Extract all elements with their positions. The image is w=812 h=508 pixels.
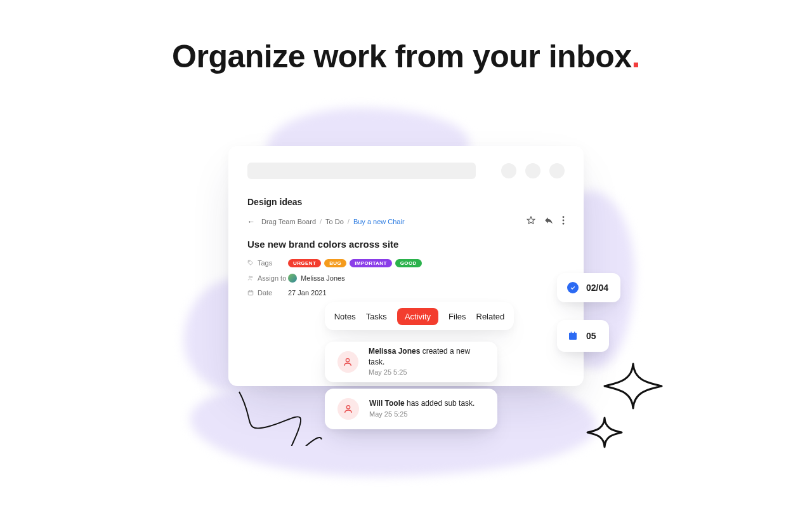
activity-item[interactable]: Melissa Jones created a new task. May 25… [325,342,497,382]
tag-pill[interactable]: IMPORTANT [350,259,392,267]
svg-point-8 [346,359,350,362]
svg-point-4 [249,262,250,262]
tag-pill[interactable]: URGENT [288,259,321,267]
breadcrumb-item[interactable]: Drag Team Board [261,218,316,225]
tab-related[interactable]: Related [476,312,505,321]
assignee-label: Assign to [247,274,288,282]
page-headline: Organize work from your inbox. [0,38,812,75]
task-title: Use new brand colors across site [247,239,565,250]
svg-point-5 [249,276,251,278]
reply-icon[interactable] [544,216,553,227]
svg-point-9 [346,406,350,409]
person-icon [337,398,359,420]
skeleton-avatar [501,163,516,178]
tag-pill[interactable]: GOOD [395,259,422,267]
skeleton-avatar [525,163,540,178]
tag-pill[interactable]: BUG [324,259,346,267]
tab-files[interactable]: Files [449,312,466,321]
svg-point-3 [563,223,565,225]
activity-time: May 25 5:25 [369,410,475,420]
svg-rect-7 [248,291,253,295]
breadcrumb: ← Drag Team Board / To Do / Buy a new Ch… [247,217,405,226]
activity-time: May 25 5:25 [369,368,485,378]
tab-activity[interactable]: Activity [397,308,438,325]
star-icon[interactable] [527,216,535,227]
breadcrumb-item[interactable]: To Do [325,218,344,225]
tabs-bar: Notes Tasks Activity Files Related [325,302,514,330]
svg-rect-12 [571,331,572,333]
date-label: Date [247,289,288,297]
calendar-icon [567,330,579,342]
tags-label: Tags [247,259,288,267]
person-icon [337,351,358,373]
progress-chip[interactable]: 02/04 [557,273,620,302]
svg-point-2 [563,220,565,222]
date-value: 27 Jan 2021 [288,289,327,297]
skeleton-avatar [549,163,565,178]
breadcrumb-current[interactable]: Buy a new Chair [353,218,405,225]
tab-notes[interactable]: Notes [334,312,356,321]
svg-point-1 [563,216,565,218]
check-circle-icon [567,282,579,293]
svg-marker-0 [527,217,535,224]
svg-rect-13 [574,331,575,333]
tab-tasks[interactable]: Tasks [366,312,387,321]
decor-squiggle [236,389,325,446]
skeleton-title-bar [247,163,476,179]
svg-point-6 [251,277,252,278]
date-chip[interactable]: 05 [557,320,609,352]
avatar [288,274,297,283]
section-title: Design ideas [247,197,565,207]
svg-rect-11 [569,333,577,335]
more-icon[interactable] [562,216,565,227]
tag-list: URGENTBUGIMPORTANTGOOD [288,258,425,267]
back-arrow-icon[interactable]: ← [247,217,255,226]
assignee-value[interactable]: Melissa Jones [288,274,345,283]
decor-sparkle [582,361,665,456]
activity-item[interactable]: Will Toole has added sub task. May 25 5:… [325,389,497,429]
